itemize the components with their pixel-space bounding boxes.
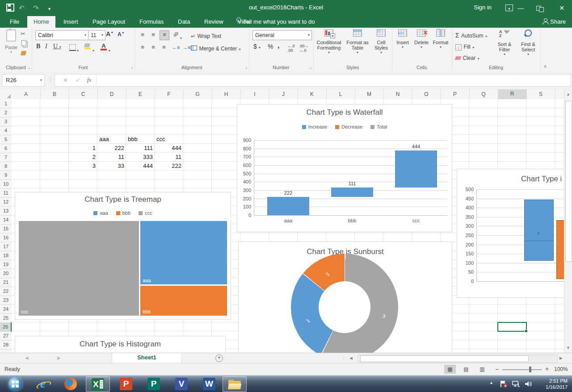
name-box-dropdown-icon[interactable]: ▾ — [40, 78, 42, 82]
column-header-A[interactable]: A — [12, 89, 41, 99]
cell-E7[interactable]: 333 — [126, 153, 155, 162]
fill-color-icon[interactable] — [84, 43, 91, 50]
zoom-in-icon[interactable]: + — [545, 365, 549, 372]
volume-icon[interactable] — [525, 380, 533, 388]
row-header-11[interactable]: 11 — [0, 188, 12, 198]
legend-item[interactable]: aaa — [93, 210, 108, 216]
cancel-formula-icon[interactable]: ✕ — [63, 77, 68, 83]
zoom-out-icon[interactable]: − — [495, 366, 499, 373]
clipboard-dialog-launcher-icon[interactable]: ⌞ — [29, 65, 30, 69]
row-header-8[interactable]: 8 — [0, 162, 12, 171]
column-header-J[interactable]: J — [269, 89, 298, 99]
row-header-22[interactable]: 22 — [0, 287, 12, 296]
row-header-17[interactable]: 17 — [0, 242, 12, 251]
vertical-scrollbar[interactable]: ▲ ▼ — [564, 89, 572, 353]
column-header-F[interactable]: F — [155, 89, 184, 99]
tabbar-splitter[interactable]: ⋮ — [341, 355, 346, 361]
treemap-chart[interactable]: Chart Type is Treemapaaabbbccccccaaabbb — [15, 192, 231, 320]
column-header-E[interactable]: E — [126, 89, 155, 99]
taskbar-publisher-icon[interactable]: P — [142, 376, 165, 391]
column-header-R[interactable]: R — [498, 89, 527, 100]
scroll-down-icon[interactable]: ▼ — [564, 346, 572, 350]
row-header-4[interactable]: 4 — [0, 126, 12, 135]
delete-cells-button[interactable]: ✕ Delete▾ — [412, 29, 430, 49]
taskbar-word-icon[interactable]: W — [198, 376, 221, 391]
legend-item[interactable]: Total — [370, 124, 387, 129]
alignment-dialog-launcher-icon[interactable]: ⌞ — [246, 65, 248, 69]
row-header-16[interactable]: 16 — [0, 233, 12, 242]
find-select-button[interactable]: Find & Select▾ — [517, 29, 539, 56]
wrap-text-button[interactable]: ↵ Wrap Text — [191, 32, 221, 40]
merge-center-button[interactable]: Merge & Center ▾ — [191, 44, 241, 52]
vertical-scroll-thumb[interactable] — [565, 101, 572, 262]
waterfall-chart[interactable]: Chart Type is WaterfallIncreaseDecreaseT… — [237, 104, 452, 232]
row-header-3[interactable]: 3 — [0, 117, 12, 126]
conditional-formatting-button[interactable]: ≠ Conditional Formatting▾ — [314, 29, 344, 54]
row-header-28[interactable]: 28 — [0, 340, 12, 350]
hscroll-right-icon[interactable]: ▶ — [559, 356, 563, 360]
tab-data[interactable]: Data — [172, 16, 196, 28]
autosum-button[interactable]: Σ AutoSum ▾ — [455, 31, 487, 39]
row-headers[interactable]: 1234567891011121314151617181920212223242… — [0, 99, 12, 353]
clear-button[interactable]: Clear ▾ — [455, 54, 479, 62]
new-sheet-icon[interactable]: + — [215, 354, 223, 362]
sign-in-link[interactable]: Sign in — [474, 4, 492, 11]
percent-style-icon[interactable]: % — [268, 43, 273, 50]
cell-F8[interactable]: 222 — [155, 162, 183, 171]
enter-formula-icon[interactable]: ✓ — [76, 77, 80, 83]
tab-review[interactable]: Review — [198, 16, 230, 28]
taskbar-visio-icon[interactable]: V — [170, 376, 193, 391]
taskbar-start-button[interactable] — [4, 376, 27, 391]
row-header-7[interactable]: 7 — [0, 153, 12, 162]
row-header-23[interactable]: 23 — [0, 296, 12, 305]
horizontal-scrollbar[interactable] — [358, 354, 558, 363]
column-header-S[interactable]: S — [526, 89, 555, 99]
cell-D8[interactable]: 33 — [97, 162, 126, 171]
decrease-font-icon[interactable]: A▼ — [118, 31, 125, 38]
column-header-B[interactable]: B — [40, 89, 69, 99]
cell-E6[interactable]: 111 — [126, 144, 155, 153]
format-cells-button[interactable]: ↔ Format▾ — [431, 29, 450, 49]
box-whisker-chart[interactable]: Chart Type i0501001502002503003504004505… — [457, 169, 564, 298]
normal-view-icon[interactable]: ▦ — [444, 365, 456, 374]
format-painter-icon[interactable] — [21, 51, 26, 55]
bold-icon[interactable]: B — [36, 43, 40, 50]
sunburst-chart[interactable]: Chart Type is Sunburst312 — [238, 242, 452, 353]
taskbar-powerpoint-icon[interactable]: P — [114, 376, 138, 391]
legend-item[interactable]: bbb — [116, 210, 130, 216]
column-header-M[interactable]: M — [355, 89, 384, 99]
font-color-dropdown[interactable]: ▾ — [109, 46, 110, 54]
increase-font-icon[interactable]: A▲ — [106, 30, 114, 38]
waterfall-bar-bbb[interactable] — [331, 188, 373, 197]
fill-button[interactable]: ↓ Fill ▾ — [455, 42, 474, 50]
taskbar-excel-icon[interactable]: X — [86, 376, 110, 392]
row-header-26[interactable]: 26 — [0, 322, 12, 332]
copy-icon[interactable] — [21, 40, 26, 46]
horizontal-scroll-thumb[interactable] — [360, 355, 529, 362]
box-plot-box[interactable] — [524, 200, 554, 261]
row-header-6[interactable]: 6 — [0, 144, 12, 153]
legend-item[interactable]: Decrease — [335, 124, 362, 129]
middle-align-icon[interactable]: ≡ — [149, 30, 158, 39]
row-header-12[interactable]: 12 — [0, 197, 12, 207]
cell-E8[interactable]: 444 — [126, 162, 155, 171]
row-header-10[interactable]: 10 — [0, 179, 12, 189]
bottom-align-icon[interactable]: ≡ — [160, 30, 169, 40]
number-format-combo[interactable]: General▾ — [252, 30, 312, 40]
column-header-D[interactable]: D — [97, 89, 126, 99]
treemap-rect-bbb[interactable]: bbb — [140, 286, 227, 316]
taskbar-firefox-icon[interactable] — [59, 376, 82, 391]
cell-C6[interactable]: 1 — [69, 144, 97, 153]
decrease-indent-icon[interactable]: ←≡ — [172, 45, 180, 50]
cell-C7[interactable]: 2 — [69, 153, 97, 162]
center-icon[interactable]: ≡ — [149, 43, 158, 52]
column-header-K[interactable]: K — [298, 89, 327, 99]
histogram-chart[interactable]: Chart Type is Histogram — [15, 336, 226, 353]
format-as-table-button[interactable]: Format as Table▾ — [345, 29, 370, 54]
cell-F5[interactable]: ccc — [155, 135, 183, 144]
row-header-9[interactable]: 9 — [0, 171, 12, 180]
taskbar-file-explorer-icon[interactable] — [223, 376, 247, 392]
tab-formulas[interactable]: Formulas — [133, 16, 170, 28]
formula-bar-splitter[interactable]: ⋮ — [48, 76, 53, 82]
italic-icon[interactable]: I — [45, 43, 47, 50]
